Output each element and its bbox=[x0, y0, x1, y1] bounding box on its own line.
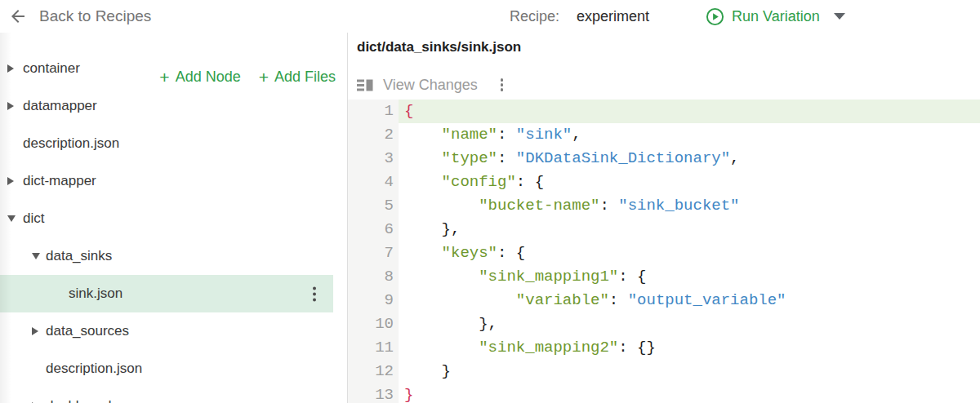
tree-item-dashboard[interactable]: dashboard bbox=[0, 388, 347, 403]
code-line-4[interactable]: 4 "config": { bbox=[348, 170, 980, 194]
line-number: 9 bbox=[348, 289, 399, 312]
code-line-text: "type": "DKDataSink_Dictionary", bbox=[399, 147, 980, 170]
run-variation-label: Run Variation bbox=[732, 8, 820, 25]
code-line-5[interactable]: 5 "bucket-name": "sink_bucket" bbox=[348, 194, 980, 218]
tree-item-label: datamapper bbox=[23, 98, 97, 114]
line-number: 13 bbox=[348, 383, 399, 403]
code-line-text: "config": { bbox=[399, 170, 980, 194]
tree-item-label: dashboard bbox=[46, 398, 111, 403]
code-line-text: "variable": "output_variable" bbox=[399, 289, 980, 312]
tree-item-label: data_sources bbox=[46, 323, 129, 339]
back-arrow-icon bbox=[8, 7, 28, 26]
line-number: 12 bbox=[348, 360, 399, 383]
line-number: 5 bbox=[348, 194, 399, 218]
tree-item-label: data_sinks bbox=[46, 248, 112, 264]
view-changes-label: View Changes bbox=[383, 77, 478, 94]
tree-item-label: dict-mapper bbox=[23, 173, 96, 189]
back-to-recipes-button[interactable]: Back to Recipes bbox=[8, 0, 151, 33]
add-node-label: Add Node bbox=[176, 69, 241, 86]
tree-expand-arrow-icon[interactable] bbox=[7, 177, 14, 185]
tree-collapse-arrow-icon[interactable] bbox=[7, 215, 16, 222]
code-line-7[interactable]: 7 "keys": { bbox=[348, 241, 980, 265]
tree-item-label: dict bbox=[23, 210, 44, 227]
tree-item-label: description.json bbox=[23, 135, 119, 152]
top-bar: Back to Recipes Recipe: experiment Run V… bbox=[0, 0, 980, 33]
tree-collapse-arrow-icon[interactable] bbox=[32, 253, 40, 259]
plus-icon: + bbox=[159, 70, 169, 85]
line-number: 2 bbox=[348, 123, 399, 147]
code-line-1[interactable]: 1{ bbox=[348, 100, 980, 123]
code-line-6[interactable]: 6 }, bbox=[348, 218, 980, 241]
tree-item-dict-mapper[interactable]: dict-mapper bbox=[0, 162, 347, 200]
tree-expand-arrow-icon[interactable] bbox=[7, 102, 14, 110]
tree-item-sink-json[interactable]: sink.json bbox=[0, 275, 333, 312]
line-number: 7 bbox=[348, 241, 399, 265]
line-number: 10 bbox=[348, 312, 399, 336]
tree-item-data-sinks[interactable]: data_sinks bbox=[0, 237, 347, 275]
line-number: 6 bbox=[348, 218, 399, 241]
tree-item-data-sources[interactable]: data_sources bbox=[0, 312, 347, 350]
file-path-title: dict/data_sinks/sink.json bbox=[357, 39, 521, 55]
code-line-2[interactable]: 2 "name": "sink", bbox=[348, 123, 980, 147]
code-line-text: "sink_mapping2": {} bbox=[399, 336, 980, 360]
code-line-text: "sink_mapping1": { bbox=[399, 265, 980, 289]
editor-panel: dict/data_sinks/sink.json View Changes 1… bbox=[348, 33, 980, 403]
tree-item-dict[interactable]: dict bbox=[0, 200, 347, 237]
view-changes-icon bbox=[357, 78, 373, 92]
code-editor[interactable]: 1{2 "name": "sink",3 "type": "DKDataSink… bbox=[348, 100, 980, 403]
play-circle-icon bbox=[706, 7, 724, 26]
tree-expand-arrow-icon[interactable] bbox=[7, 64, 14, 73]
tree-expand-arrow-icon[interactable] bbox=[32, 327, 38, 335]
run-variation-button[interactable]: Run Variation bbox=[706, 0, 845, 33]
editor-kebab-menu-icon[interactable] bbox=[497, 74, 507, 95]
code-line-9[interactable]: 9 "variable": "output_variable" bbox=[348, 289, 980, 312]
code-line-text: } bbox=[399, 360, 980, 383]
editor-toolbar: View Changes bbox=[357, 73, 506, 96]
plus-icon: + bbox=[259, 70, 269, 85]
line-number: 3 bbox=[348, 147, 399, 170]
line-number: 8 bbox=[348, 265, 399, 289]
code-line-text: "bucket-name": "sink_bucket" bbox=[399, 194, 980, 218]
tree-item-description-json[interactable]: description.json bbox=[0, 125, 347, 162]
code-line-12[interactable]: 12 } bbox=[348, 360, 980, 383]
code-line-text: "keys": { bbox=[399, 241, 980, 265]
view-changes-button[interactable]: View Changes bbox=[357, 77, 478, 94]
chevron-down-icon[interactable] bbox=[834, 13, 845, 20]
code-line-13[interactable]: 13} bbox=[348, 383, 980, 403]
add-node-button[interactable]: + Add Node bbox=[159, 69, 240, 86]
code-line-8[interactable]: 8 "sink_mapping1": { bbox=[348, 265, 980, 289]
tree-item-description-json[interactable]: description.json bbox=[0, 350, 347, 388]
code-line-text: } bbox=[399, 383, 980, 403]
code-line-11[interactable]: 11 "sink_mapping2": {} bbox=[348, 336, 980, 360]
tree-item-label: sink.json bbox=[69, 286, 122, 302]
tree-item-kebab-menu-icon[interactable] bbox=[310, 282, 319, 306]
sidebar-actions: + Add Node + Add Files bbox=[159, 69, 336, 86]
back-label: Back to Recipes bbox=[39, 7, 151, 25]
code-line-text: }, bbox=[399, 312, 980, 336]
tree-item-datamapper[interactable]: datamapper bbox=[0, 87, 347, 125]
code-line-text: }, bbox=[399, 218, 980, 241]
add-files-button[interactable]: + Add Files bbox=[259, 69, 336, 86]
line-number: 1 bbox=[348, 100, 399, 123]
code-line-text: "name": "sink", bbox=[399, 123, 980, 147]
recipe-name: experiment bbox=[577, 0, 649, 33]
code-line-text: { bbox=[399, 100, 980, 123]
line-number: 4 bbox=[348, 170, 399, 194]
add-files-label: Add Files bbox=[274, 69, 336, 86]
file-tree-sidebar: containerdatamapperdescription.jsondict-… bbox=[0, 33, 347, 403]
line-number: 11 bbox=[348, 336, 399, 360]
code-line-3[interactable]: 3 "type": "DKDataSink_Dictionary", bbox=[348, 147, 980, 170]
tree-item-label: container bbox=[23, 60, 80, 77]
code-line-10[interactable]: 10 }, bbox=[348, 312, 980, 336]
file-tree: containerdatamapperdescription.jsondict-… bbox=[0, 50, 347, 403]
recipe-label: Recipe: bbox=[510, 0, 559, 33]
tree-item-label: description.json bbox=[46, 361, 142, 377]
